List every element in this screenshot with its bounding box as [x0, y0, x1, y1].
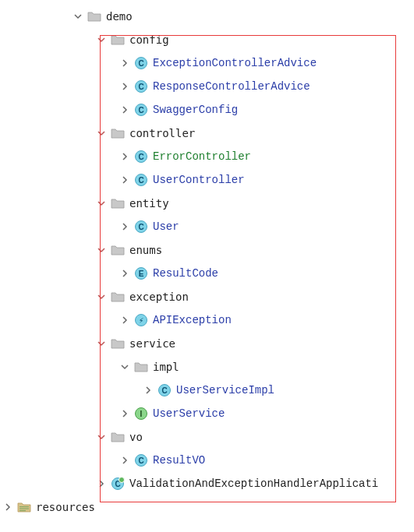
- tree-row[interactable]: I UserService: [0, 402, 414, 425]
- tree-row[interactable]: C SwaggerConfig: [0, 98, 414, 122]
- class-label: ValidationAndExceptionHandlerApplicati: [129, 477, 378, 490]
- tree-row[interactable]: C ResultVO: [0, 449, 414, 472]
- chevron-right-icon[interactable]: [119, 220, 131, 233]
- class-label: ResultVO: [153, 454, 205, 467]
- chevron-right-icon[interactable]: [119, 174, 131, 186]
- folder-icon: [111, 34, 125, 45]
- tree-row[interactable]: service: [0, 332, 414, 355]
- chevron-down-icon[interactable]: [95, 244, 108, 256]
- class-icon: C: [134, 79, 148, 93]
- chevron-down-icon[interactable]: [95, 197, 108, 210]
- folder-icon: [111, 198, 125, 209]
- tree-row[interactable]: entity: [0, 192, 414, 215]
- chevron-right-icon[interactable]: [119, 150, 131, 163]
- resources-folder-icon: [17, 502, 31, 513]
- folder-label: service: [129, 337, 175, 350]
- interface-icon: I: [134, 407, 148, 421]
- class-label: ErrorController: [153, 150, 251, 163]
- class-label: UserController: [153, 174, 245, 186]
- class-label: UserServiceImpl: [176, 384, 274, 396]
- runnable-class-icon: C: [111, 477, 125, 491]
- svg-rect-2: [19, 510, 26, 511]
- folder-label: impl: [153, 361, 179, 373]
- chevron-right-icon[interactable]: [142, 384, 154, 396]
- folder-label: exception: [129, 291, 189, 303]
- class-icon: C: [134, 56, 148, 70]
- tree-row[interactable]: C UserController: [0, 168, 414, 192]
- class-label: APIException: [153, 314, 232, 326]
- chevron-right-icon[interactable]: [119, 454, 131, 467]
- class-icon: C: [134, 453, 148, 467]
- tree-row[interactable]: enums: [0, 238, 414, 262]
- exception-class-icon: ⚡: [134, 313, 148, 327]
- folder-icon: [134, 361, 148, 372]
- chevron-right-icon[interactable]: [119, 407, 131, 420]
- folder-label: entity: [129, 197, 169, 210]
- chevron-down-icon[interactable]: [95, 33, 108, 46]
- class-icon: C: [157, 383, 172, 397]
- class-icon: C: [134, 150, 148, 164]
- folder-label: vo: [129, 431, 143, 443]
- folder-label: resources: [36, 501, 95, 513]
- folder-label: config: [129, 33, 169, 46]
- chevron-down-icon[interactable]: [95, 127, 108, 139]
- folder-label: controller: [129, 127, 195, 139]
- chevron-down-icon[interactable]: [95, 431, 108, 443]
- class-label: ResponseControllerAdvice: [153, 80, 310, 93]
- tree-row[interactable]: C ValidationAndExceptionHandlerApplicati: [0, 472, 414, 495]
- svg-rect-1: [19, 509, 29, 509]
- tree-row[interactable]: C ResponseControllerAdvice: [0, 75, 414, 98]
- folder-icon: [87, 11, 101, 22]
- chevron-down-icon[interactable]: [95, 291, 108, 303]
- chevron-right-icon[interactable]: [119, 314, 131, 326]
- tree-row[interactable]: controller: [0, 122, 414, 145]
- chevron-right-icon[interactable]: [119, 267, 131, 280]
- folder-icon: [111, 338, 125, 349]
- class-label: User: [153, 220, 179, 233]
- tree-row[interactable]: C User: [0, 215, 414, 238]
- folder-label: demo: [106, 10, 133, 23]
- chevron-right-icon[interactable]: [119, 80, 131, 93]
- chevron-down-icon[interactable]: [119, 361, 131, 373]
- tree-row[interactable]: ⚡ APIException: [0, 308, 414, 332]
- tree-row[interactable]: exception: [0, 285, 414, 308]
- chevron-right-icon[interactable]: [119, 104, 131, 116]
- svg-rect-0: [19, 506, 29, 507]
- project-tree: demo config C ExceptionControllerAdvice …: [0, 5, 414, 519]
- tree-row[interactable]: config: [0, 28, 414, 51]
- class-label: ResultCode: [153, 267, 218, 280]
- folder-icon: [111, 291, 125, 302]
- class-icon: C: [134, 173, 148, 187]
- class-label: SwaggerConfig: [153, 104, 238, 116]
- tree-row[interactable]: resources: [0, 495, 414, 519]
- chevron-right-icon[interactable]: [2, 501, 14, 513]
- tree-row[interactable]: C ErrorController: [0, 145, 414, 168]
- folder-icon: [111, 128, 125, 139]
- tree-row[interactable]: vo: [0, 425, 414, 449]
- folder-label: enums: [129, 244, 162, 256]
- folder-icon: [111, 245, 125, 255]
- tree-row[interactable]: C UserServiceImpl: [0, 379, 414, 402]
- class-label: ExceptionControllerAdvice: [153, 57, 317, 69]
- chevron-right-icon[interactable]: [95, 477, 108, 490]
- chevron-right-icon[interactable]: [119, 57, 131, 69]
- tree-row[interactable]: impl: [0, 355, 414, 379]
- chevron-down-icon[interactable]: [95, 337, 108, 350]
- folder-icon: [111, 432, 125, 442]
- tree-row[interactable]: demo: [0, 5, 414, 28]
- chevron-down-icon[interactable]: [72, 10, 84, 23]
- class-icon: C: [134, 103, 148, 117]
- tree-row[interactable]: C ExceptionControllerAdvice: [0, 51, 414, 75]
- tree-row[interactable]: E ResultCode: [0, 262, 414, 285]
- class-icon: C: [134, 220, 148, 234]
- class-label: UserService: [153, 407, 225, 420]
- enum-icon: E: [134, 266, 148, 280]
